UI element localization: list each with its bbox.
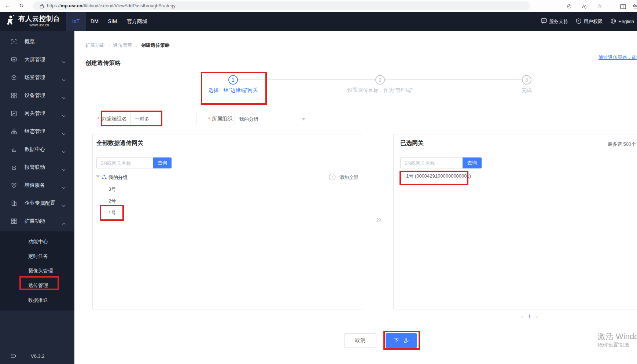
sidebar-item-gateway[interactable]: 网关管理 [0, 104, 74, 122]
breadcrumb-divider [74, 53, 637, 53]
tree-root-my-group[interactable]: 我的分组 [108, 174, 128, 181]
favorite-star-icon[interactable]: ☆ [597, 1, 602, 10]
tab-sim[interactable]: SIM [103, 12, 122, 31]
language-link[interactable]: English [611, 18, 634, 25]
left-search-button[interactable]: 查询 [153, 157, 172, 168]
sidebar-item-overview[interactable]: 概览 [0, 33, 74, 51]
step-2-circle: 2 [375, 75, 385, 85]
submenu-item-data-push[interactable]: 数据推送 [0, 293, 74, 308]
required-mark: * [208, 116, 210, 122]
plus-circle-icon [329, 174, 336, 182]
sidebar-item-scene[interactable]: 场景管理 [0, 68, 74, 86]
pagination: ‹ 1 › [521, 313, 538, 319]
right-search-input[interactable] [400, 157, 463, 168]
organization-select[interactable]: 我的分组 [235, 113, 310, 125]
transfer-arrows-icon: » [376, 213, 381, 225]
chevron-down-icon [62, 112, 66, 115]
sidebar-item-bigscreen[interactable]: 大屏管理 [0, 51, 74, 68]
sidebar-menu: 概览 大屏管理 场景管理 设备管理 网关管理 [0, 33, 74, 230]
tab-iot[interactable]: IoT [66, 12, 86, 31]
app-title: 有人云控制台 [18, 15, 60, 23]
collapse-sidebar-icon[interactable] [10, 353, 16, 360]
submenu-item-function-center[interactable]: 功能中心 [0, 234, 74, 249]
left-search-row: 查询 [96, 157, 172, 168]
sidebar-item-configuration[interactable]: 组态管理 [0, 122, 74, 140]
breadcrumb-separator: › [136, 43, 137, 48]
step-3-circle: 3 [522, 75, 531, 85]
tree-item-gateway-2[interactable]: 2号 [108, 198, 116, 204]
breadcrumb-extend[interactable]: 扩展功能 [85, 42, 104, 49]
title-divider [74, 66, 637, 66]
sidebar-item-data-center[interactable]: 数据中心 [0, 140, 74, 158]
user-permission-link[interactable]: 用户权限 [576, 18, 603, 25]
tree-item-gateway-1[interactable]: 1号 [108, 209, 116, 216]
cancel-button[interactable]: 取消 [344, 333, 376, 348]
sidebar-item-enterprise-config[interactable]: 企业专属配置 [0, 194, 74, 212]
next-step-button[interactable]: 下一步 [386, 333, 417, 348]
vip-shield-icon [11, 182, 17, 188]
sidebar-item-value-added[interactable]: 增值服务 [0, 176, 74, 194]
tree-expand-caret-icon[interactable] [96, 175, 100, 178]
sidebar-item-alarm[interactable]: 报警联动 [0, 158, 74, 176]
step-2-label: 设置透传目标，作为“管理端” [347, 87, 412, 94]
strategy-help-link[interactable]: 通过透传策略，能 [599, 54, 637, 61]
screen: ← ↻ https://mp.usr.cn/#/cloud/extend/Vie… [0, 0, 637, 364]
sidebar-item-extend[interactable]: 扩展功能 [0, 212, 74, 230]
tab-dm[interactable]: DM [86, 12, 103, 31]
chevron-down-icon [62, 59, 66, 61]
selected-gateway-item[interactable]: 1号 (00004291000000000001) [406, 173, 471, 179]
submenu-item-passthrough-management[interactable]: 透传管理 [0, 278, 74, 293]
tree-item-gateway-3[interactable]: 3号 [108, 186, 116, 193]
chevron-down-icon [62, 148, 66, 151]
selection-limit-note: 最多选 500个， [608, 141, 637, 148]
scene-icon [11, 75, 17, 81]
read-aloud-icon[interactable]: A) [582, 2, 586, 11]
chevron-up-icon [62, 220, 66, 222]
address-bar[interactable]: https://mp.usr.cn/#/cloud/extend/ViewAdd… [33, 1, 530, 10]
chevron-down-icon [62, 130, 66, 133]
edge-group-name-input[interactable] [130, 113, 196, 125]
pagination-prev-icon[interactable]: ‹ [521, 313, 523, 319]
step-1-circle: 1 [228, 75, 238, 85]
pagination-page-1[interactable]: 1 [528, 313, 531, 319]
extend-grid-icon [11, 218, 17, 224]
step-3-label: 完成 [522, 87, 532, 94]
location-icon[interactable]: ◎ [567, 1, 571, 10]
windows-activation-watermark-line1: 激活 Windo [597, 331, 637, 342]
windows-activation-watermark-line2: 转到“设置”以激 [597, 342, 629, 348]
select-chevron-down-icon [302, 118, 305, 120]
version-label: V6.3.2 [31, 353, 45, 359]
sidebar: 概览 大屏管理 场景管理 设备管理 网关管理 [0, 31, 74, 364]
bar-chart-icon [11, 146, 17, 152]
collections-icon[interactable] [633, 3, 637, 12]
brand-logo[interactable]: 有人云控制台 www.usr.cn [5, 15, 60, 29]
gateway-icon [11, 111, 17, 116]
lock-icon [40, 3, 44, 10]
chat-icon [541, 18, 547, 25]
org-group-icon [102, 174, 107, 181]
shield-icon [576, 18, 581, 25]
sidebar-submenu: 功能中心 定时任务 摄像头管理 透传管理 数据推送 [0, 231, 74, 311]
submenu-item-scheduled-tasks[interactable]: 定时任务 [0, 249, 74, 264]
add-all-button[interactable]: 添加全部 [329, 174, 358, 182]
left-search-input[interactable] [96, 157, 153, 168]
configuration-icon [11, 129, 17, 134]
sidebar-item-device[interactable]: 设备管理 [0, 86, 74, 104]
submenu-item-camera-management[interactable]: 摄像头管理 [0, 264, 74, 278]
breadcrumb-passthrough[interactable]: 透传管理 [113, 42, 132, 49]
tab-official-mall[interactable]: 官方商城 [122, 12, 152, 31]
device-icon [11, 93, 17, 99]
split-screen-icon[interactable] [620, 3, 626, 12]
chevron-down-icon [62, 94, 66, 97]
all-gateways-title: 全部数据透传网关 [96, 140, 143, 147]
chevron-down-icon [62, 184, 66, 186]
refresh-icon[interactable]: ↻ [19, 1, 24, 10]
url-text[interactable]: https://mp.usr.cn/#/cloud/extend/ViewAdd… [47, 3, 176, 8]
service-support-link[interactable]: 服务支持 [541, 18, 568, 25]
back-icon[interactable]: ← [4, 1, 11, 10]
building-icon [11, 200, 17, 206]
breadcrumb: 扩展功能 › 透传管理 › 创建透传策略 [85, 42, 170, 49]
right-search-row: 查询 [400, 157, 482, 168]
pagination-next-icon[interactable]: › [536, 313, 538, 319]
right-search-button[interactable]: 查询 [463, 157, 482, 168]
